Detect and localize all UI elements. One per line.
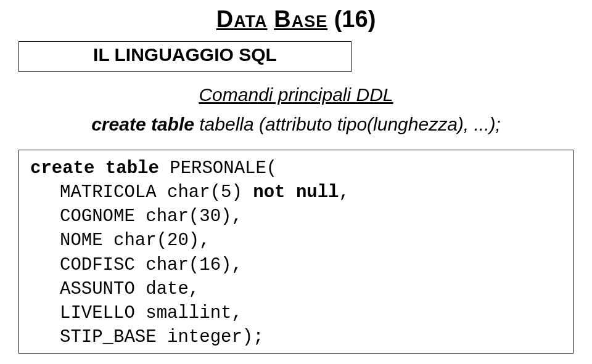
subtitle: IL LINGUAGGIO SQL	[30, 44, 340, 65]
code-block: create table PERSONALE( MATRICOLA char(5…	[18, 150, 574, 354]
code-kw-notnull: not null	[253, 182, 339, 203]
keyword-create-table: create table	[91, 114, 194, 134]
code-l2a: MATRICOLA char(5)	[60, 182, 253, 203]
code-kw-create: create table	[30, 158, 159, 179]
syntax-definition: create table tabella (attributo tipo(lun…	[18, 114, 574, 135]
title-number: (16)	[334, 6, 376, 32]
code-line-2: MATRICOLA char(5) not null,	[30, 180, 552, 204]
section-heading: Comandi principali DDL	[18, 84, 574, 105]
code-line-3: COGNOME char(30),	[30, 204, 552, 229]
code-l2c: ,	[339, 182, 350, 203]
code-l1b: PERSONALE(	[159, 158, 277, 179]
code-line-8: STIP_BASE integer);	[30, 325, 552, 349]
title-word-data: Data	[216, 6, 268, 32]
code-line-5: CODFISC char(16),	[30, 253, 552, 277]
code-line-1: create table PERSONALE(	[30, 156, 552, 180]
code-line-7: LIVELLO smallint,	[30, 301, 552, 325]
syntax-rest: tabella (attributo tipo(lunghezza), ...)…	[194, 114, 501, 134]
code-line-6: ASSUNTO date,	[30, 277, 552, 301]
title-word-base: Base	[274, 6, 327, 32]
subtitle-box: IL LINGUAGGIO SQL	[18, 41, 352, 72]
page-title: Data Base (16)	[18, 6, 574, 33]
code-line-4: NOME char(20),	[30, 229, 552, 253]
document-page: Data Base (16) IL LINGUAGGIO SQL Comandi…	[0, 0, 592, 364]
